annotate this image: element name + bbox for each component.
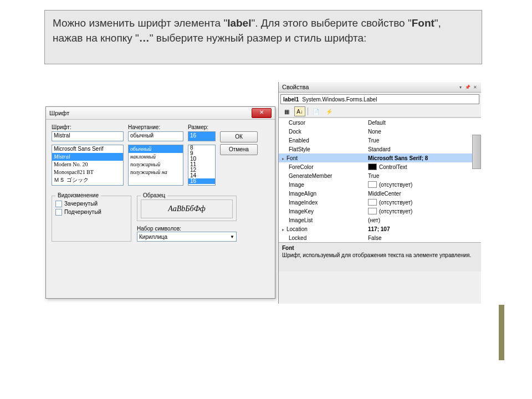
close-button[interactable]: ✕ (252, 108, 272, 118)
property-row[interactable]: Location117; 107 (279, 224, 481, 233)
size-listbox[interactable]: 891011121416 (188, 145, 216, 186)
property-row[interactable]: ImageAlignMiddleCenter (279, 189, 481, 198)
empty-swatch-icon (368, 199, 377, 206)
property-name: Font (279, 155, 366, 161)
script-combo[interactable]: Кириллица▼ (137, 232, 237, 242)
property-value[interactable]: Standard (366, 146, 481, 152)
property-row[interactable]: ForeColorControlText (279, 162, 481, 171)
property-row[interactable]: GenerateMemberTrue (279, 171, 481, 180)
effects-group: Видоизменение Зачеркнутый Подчеркнутый (52, 196, 131, 242)
property-value[interactable]: (отсутствует) (366, 181, 481, 188)
dropdown-icon[interactable]: ▾ (458, 84, 463, 90)
font-listbox[interactable]: Microsoft Sans SerifMistralModern No. 20… (52, 145, 124, 186)
style-label: Начертание: (128, 124, 183, 130)
property-value[interactable]: ControlText (366, 163, 481, 170)
desc-text: Шрифт, используемый для отображения текс… (282, 252, 471, 258)
font-list-item[interactable]: Microsoft Sans Serif (52, 145, 123, 153)
style-list-item[interactable]: наклонный (129, 153, 183, 161)
property-value[interactable]: Default (366, 120, 481, 126)
close-icon[interactable]: ✕ (472, 84, 478, 90)
chevron-down-icon: ▼ (230, 234, 234, 239)
font-list-item[interactable]: ＭＳ ゴシック (52, 176, 123, 184)
font-dialog: Шрифт ✕ Шрифт: Начертание: Размер: Mistr… (45, 106, 275, 299)
font-list-item[interactable]: Modern No. 20 (52, 161, 123, 168)
style-input[interactable]: обычный (128, 131, 183, 141)
property-row[interactable]: CursorDefault (279, 118, 481, 127)
underline-checkbox[interactable]: Подчеркнутый (55, 208, 127, 216)
properties-title: Свойства (282, 84, 309, 90)
property-value[interactable]: None (366, 129, 481, 135)
property-value[interactable]: True (366, 137, 481, 144)
property-name: ImageIndex (279, 200, 366, 206)
property-name: ImageAlign (279, 191, 366, 197)
strikeout-checkbox[interactable]: Зачеркнутый (55, 200, 127, 208)
style-list-item[interactable]: полужирный на (129, 168, 183, 176)
property-row[interactable]: LockedFalse (279, 233, 481, 242)
instruction-panel: Можно изменить шрифт элемента "label". Д… (44, 10, 482, 64)
size-list-item[interactable]: 9 (188, 151, 215, 156)
empty-swatch-icon (368, 208, 377, 214)
size-input[interactable]: 16 (188, 131, 216, 141)
font-input[interactable]: Mistral (52, 131, 124, 141)
property-name: Image (279, 182, 366, 188)
font-list-item[interactable]: Mistral (52, 153, 123, 161)
size-list-item[interactable]: 16 (188, 178, 215, 184)
font-list-item[interactable]: Monospac821 BT (52, 168, 123, 176)
property-value[interactable]: MiddleCenter (366, 191, 481, 197)
property-name: ImageList (279, 217, 366, 223)
property-value[interactable]: True (366, 173, 481, 179)
color-swatch-icon (368, 163, 377, 170)
ok-button[interactable]: ОК (220, 131, 258, 142)
property-value[interactable]: (нет) (366, 217, 481, 223)
size-list-item[interactable]: 14 (188, 173, 215, 178)
effects-title: Видоизменение (55, 192, 101, 198)
property-row[interactable]: ImageIndex(отсутствует) (279, 198, 481, 207)
properties-header[interactable]: Свойства ▾ 📌 ✕ (279, 82, 481, 93)
property-value[interactable]: Microsoft Sans Serif; 8 (366, 155, 481, 161)
pin-icon[interactable]: 📌 (465, 84, 470, 90)
property-row[interactable]: FlatStyleStandard (279, 145, 481, 154)
size-list-item[interactable]: 12 (188, 167, 215, 173)
decorative-bar (499, 305, 504, 360)
property-value[interactable]: (отсутствует) (366, 208, 481, 214)
properties-panel: Свойства ▾ 📌 ✕ label1System.Windows.Form… (278, 82, 481, 304)
property-value[interactable]: (отсутствует) (366, 199, 481, 206)
cancel-button[interactable]: Отмена (220, 144, 258, 155)
property-name: Dock (279, 129, 366, 135)
property-name: ImageKey (279, 208, 366, 214)
property-row[interactable]: DockNone (279, 127, 481, 136)
size-list-item[interactable]: 11 (188, 162, 215, 167)
sample-title: Образец (141, 192, 167, 198)
empty-swatch-icon (368, 181, 377, 188)
alphabetical-button[interactable]: A↓ (294, 106, 305, 116)
size-list-item[interactable]: 8 (188, 145, 215, 151)
property-value[interactable]: 117; 107 (366, 226, 481, 232)
size-label: Размер: (188, 124, 216, 130)
properties-toolbar: ▦ A↓ 📄 ⚡ (279, 106, 481, 117)
property-row[interactable]: ImageList(нет) (279, 216, 481, 224)
style-listbox[interactable]: обычныйнаклонныйполужирныйполужирный на (128, 145, 183, 186)
property-row[interactable]: ImageKey(отсутствует) (279, 207, 481, 216)
property-name: Location (279, 226, 366, 232)
titlebar[interactable]: Шрифт ✕ (46, 107, 275, 120)
scrollbar-thumb[interactable] (472, 135, 481, 169)
property-value[interactable]: False (366, 235, 481, 241)
property-grid[interactable]: CursorDefaultDockNoneEnabledTrueFlatStyl… (279, 117, 481, 242)
property-row[interactable]: FontMicrosoft Sans Serif; 8 (279, 154, 481, 162)
object-selector[interactable]: label1System.Windows.Forms.Label (280, 94, 479, 104)
property-row[interactable]: EnabledTrue (279, 136, 481, 145)
size-list-item[interactable]: 10 (188, 156, 215, 162)
instruction-text: Можно изменить шрифт элемента "label". Д… (53, 17, 441, 44)
style-list-item[interactable]: полужирный (129, 161, 183, 168)
categorized-button[interactable]: ▦ (281, 106, 292, 116)
events-button[interactable]: ⚡ (324, 106, 335, 116)
font-label: Шрифт: (52, 124, 124, 130)
sample-group: Образец АаВbБбФф (137, 196, 237, 221)
property-name: ForeColor (279, 164, 366, 170)
property-name: Locked (279, 235, 366, 241)
properties-button[interactable]: 📄 (310, 106, 321, 116)
property-name: GenerateMember (279, 173, 366, 179)
style-list-item[interactable]: обычный (129, 145, 183, 153)
font-dialog-screenshot: Шрифт ✕ Шрифт: Начертание: Размер: Mistr… (44, 82, 277, 304)
property-row[interactable]: Image(отсутствует) (279, 180, 481, 189)
